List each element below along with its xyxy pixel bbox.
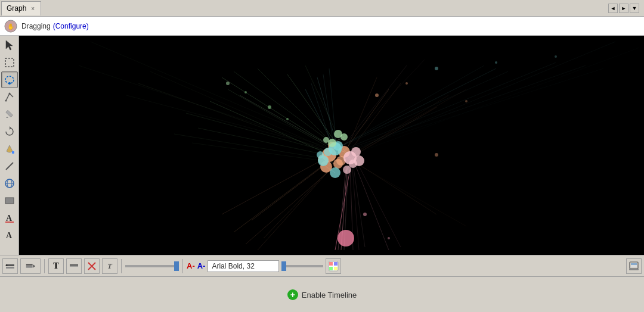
svg-line-33 [192, 143, 323, 161]
graph-canvas[interactable] [19, 36, 644, 255]
font-size-slider-track[interactable] [125, 265, 179, 267]
paint-bucket-tool-button[interactable] [1, 141, 18, 157]
delete-text-button[interactable] [84, 258, 100, 274]
svg-point-110 [244, 91, 247, 93]
font-opacity-slider-container [281, 258, 323, 274]
svg-point-9 [8, 93, 10, 95]
nav-forward-button[interactable]: ► [619, 4, 628, 13]
svg-point-104 [328, 139, 336, 147]
rotate-tool-button[interactable] [1, 123, 18, 140]
svg-line-30 [186, 113, 329, 152]
svg-point-111 [286, 118, 289, 120]
svg-line-70 [346, 158, 466, 226]
svg-line-72 [342, 60, 425, 148]
svg-point-109 [268, 105, 271, 109]
svg-marker-12 [10, 126, 11, 130]
italic-text-button[interactable]: T [102, 258, 117, 274]
svg-point-97 [330, 167, 340, 178]
network-graph-svg [19, 36, 644, 255]
svg-line-43 [350, 107, 436, 158]
svg-text:A: A [6, 214, 13, 223]
export-button[interactable] [626, 258, 642, 274]
dragging-tool-icon: ✋ [2, 18, 19, 35]
svg-rect-18 [5, 198, 14, 204]
svg-point-124 [6, 264, 8, 266]
svg-line-6 [6, 93, 10, 101]
text-tool-button[interactable]: A [1, 210, 18, 226]
svg-line-51 [353, 164, 365, 247]
separator-2 [121, 259, 122, 273]
nav-back-button[interactable]: ◄ [608, 4, 618, 13]
svg-point-106 [323, 137, 329, 143]
svg-rect-126 [26, 266, 33, 268]
lasso-tool-button[interactable] [1, 71, 18, 88]
svg-point-114 [405, 82, 408, 85]
svg-marker-129 [70, 264, 78, 266]
svg-line-31 [198, 128, 326, 155]
layers-dropdown-button[interactable] [20, 258, 41, 274]
svg-rect-13 [12, 151, 14, 154]
tab-title: Graph [7, 4, 26, 13]
tab-navigation: ◄ ► ▼ [608, 4, 643, 13]
svg-rect-3 [5, 58, 14, 67]
line-tool-button[interactable] [1, 158, 18, 174]
font-name-display: Arial Bold, 32 [208, 260, 279, 272]
select-rect-tool-button[interactable] [1, 54, 18, 71]
svg-point-108 [338, 230, 354, 247]
svg-line-61 [334, 65, 484, 150]
increase-font-button[interactable]: A- [197, 261, 206, 270]
nav-menu-button[interactable]: ▼ [630, 4, 639, 13]
font-opacity-slider-track[interactable] [281, 265, 323, 267]
svg-line-41 [347, 83, 401, 155]
svg-point-112 [226, 82, 230, 85]
left-toolbar: A A [0, 36, 19, 255]
svg-marker-127 [33, 264, 36, 267]
layers-button[interactable] [2, 258, 18, 274]
decrease-font-button[interactable]: A- [187, 261, 195, 270]
svg-point-96 [317, 151, 324, 158]
svg-point-107 [334, 130, 342, 138]
enable-timeline-button[interactable]: + Enable Timeline [287, 289, 357, 300]
svg-rect-139 [631, 263, 637, 265]
svg-rect-123 [6, 267, 14, 269]
svg-rect-10 [5, 110, 13, 117]
text-type-button[interactable]: T [48, 258, 64, 274]
text2-tool-button[interactable]: A [1, 227, 18, 244]
svg-point-119 [555, 55, 557, 58]
svg-rect-125 [26, 264, 33, 266]
svg-marker-2 [6, 40, 13, 50]
timeline-add-icon: + [287, 289, 298, 300]
svg-line-24 [258, 68, 329, 140]
main-area: A A [0, 36, 644, 255]
tab-close-button[interactable]: × [30, 5, 36, 12]
direct-select-tool-button[interactable] [1, 89, 18, 105]
separator-1 [44, 259, 45, 273]
pointer-tool-button[interactable] [1, 37, 18, 54]
svg-point-5 [8, 82, 11, 85]
svg-line-23 [234, 71, 332, 143]
svg-line-29 [240, 95, 335, 149]
svg-point-113 [375, 93, 379, 97]
svg-rect-140 [629, 269, 639, 270]
svg-line-25 [287, 74, 338, 146]
svg-line-71 [341, 65, 407, 149]
color-picker-button[interactable] [326, 258, 341, 274]
globe-tool-button[interactable] [1, 175, 18, 192]
svg-line-68 [126, 95, 329, 149]
svg-line-64 [340, 65, 586, 152]
svg-line-63 [341, 63, 556, 151]
svg-line-32 [174, 134, 320, 158]
font-opacity-slider-handle[interactable] [281, 261, 286, 271]
svg-line-39 [264, 167, 332, 238]
tab-bar: Graph × ◄ ► ▼ [0, 0, 644, 17]
strikethrough-button[interactable] [66, 258, 82, 274]
graph-tab[interactable]: Graph × [1, 1, 41, 15]
svg-point-98 [324, 148, 332, 156]
rect-tool-button[interactable] [1, 192, 18, 209]
configure-link[interactable]: (Configure) [53, 22, 89, 30]
font-size-slider-handle[interactable] [174, 261, 179, 271]
tool-icon-svg: ✋ [4, 19, 18, 33]
svg-point-116 [465, 100, 467, 102]
pencil-tool-button[interactable] [1, 106, 18, 123]
svg-line-37 [234, 161, 329, 232]
